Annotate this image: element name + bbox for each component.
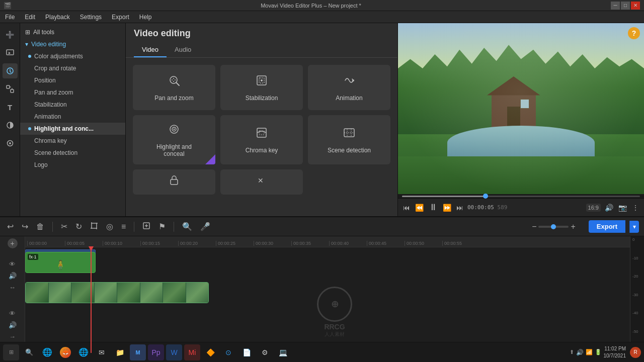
zoom-out-button[interactable]: − [532,222,536,231]
taskbar-start[interactable]: ⊞ [3,344,19,360]
close-button[interactable]: ✕ [631,2,640,10]
snapshot-button[interactable]: 📷 [617,203,628,213]
sidebar-item-pan-zoom[interactable]: Pan and zoom [20,86,125,99]
taskbar-search[interactable]: 🔍 [21,344,37,360]
export-dropdown-button[interactable]: ▾ [629,221,639,233]
sidebar-icon-transitions[interactable] [3,81,18,97]
play-pause-button[interactable]: ⏸ [428,201,439,214]
taskbar-mi[interactable]: Mi [184,344,200,360]
volume-button[interactable]: 🔊 [604,203,614,213]
undo-button[interactable]: ↩ [5,220,16,233]
zoom-in-button[interactable]: + [571,222,575,231]
tool-card-animation[interactable]: Animation [308,65,390,110]
taskbar-chrome[interactable]: 🌐 [75,344,92,360]
tab-audio[interactable]: Audio [167,43,199,57]
track-audio-button[interactable]: 🔊 [7,270,18,281]
zoom-slider[interactable] [538,226,569,228]
sidebar-item-stabilization[interactable]: Stabilization [20,99,125,111]
menu-playback[interactable]: Playback [43,13,72,22]
sidebar-icon-add[interactable]: ➕ [3,27,18,42]
sidebar-icon-apps[interactable] [3,136,18,151]
taskbar-firefox[interactable]: 🦊 [57,344,73,360]
maximize-button[interactable]: □ [621,2,630,10]
taskbar-mail[interactable]: ✉ [94,344,110,360]
taskbar-remote[interactable]: 💻 [275,344,291,360]
tool-card-partial-1[interactable] [133,169,215,195]
taskbar-settings[interactable]: ⚙ [257,344,273,360]
track-area-1: fx·1 🧍 [25,249,644,276]
minimize-button[interactable]: ─ [611,2,620,10]
tool-card-partial-2[interactable]: ✕ [220,169,303,195]
playhead[interactable] [91,247,92,353]
all-tools-section[interactable]: ⊞ All tools [20,26,125,38]
tool-card-chroma-key[interactable]: Chroma key [220,115,303,164]
menu-help[interactable]: Help [137,13,154,22]
taskbar-vlc[interactable]: 🔶 [202,344,218,360]
zoom-handle[interactable] [551,224,556,229]
menu-settings[interactable]: Settings [78,13,104,22]
menu-edit[interactable]: Edit [23,13,37,22]
menu-file[interactable]: File [3,13,17,22]
add-track-button[interactable]: + [8,238,18,248]
window-controls[interactable]: ─ □ ✕ [611,2,640,10]
sidebar-item-position[interactable]: Position [20,74,125,86]
fx-clip[interactable]: fx·1 🧍 [25,252,96,273]
sidebar-icon-tools[interactable] [3,63,18,78]
rotate-button[interactable]: ↻ [73,220,84,233]
sidebar-item-animation[interactable]: Animation [20,111,125,123]
sidebar-icon-text[interactable]: T [3,100,18,115]
tool-card-highlight-conceal[interactable]: Highlight andconceal [133,115,215,164]
align-button[interactable]: ≡ [119,221,128,233]
target-button[interactable]: ◎ [104,220,115,233]
sidebar-item-highlight-conceal[interactable]: Highlight and conc... [20,123,125,135]
menu-export[interactable]: Export [110,13,131,22]
sidebar-item-chroma-key[interactable]: Chroma key [20,135,125,147]
seek-bar[interactable] [402,196,640,197]
taskbar-ie[interactable]: 🌐 [39,344,55,360]
tray-volume-icon[interactable]: 🔊 [576,349,584,356]
sidebar-item-scene-detection[interactable]: Scene detection [20,147,125,159]
track-eye-button[interactable]: 👁 [7,259,18,269]
track-eye-button-2[interactable]: 👁 [7,308,18,319]
taskbar-explorer[interactable]: 📁 [112,344,128,360]
delete-button[interactable]: 🗑 [34,221,46,233]
seek-bar-container[interactable] [398,194,644,198]
taskbar-edge[interactable]: ⊙ [220,344,236,360]
sidebar-item-crop-rotate[interactable]: Crop and rotate [20,62,125,74]
sidebar-item-logo[interactable]: Logo [20,159,125,171]
sidebar-item-color-adjustments[interactable]: Color adjustments [20,50,125,62]
aspect-ratio-selector[interactable]: 16:9 [586,204,601,212]
help-button[interactable]: ? [628,27,640,39]
mic-button[interactable]: 🎤 [198,220,212,233]
tab-video[interactable]: Video [134,43,167,57]
tool-card-scene-detection[interactable]: Scene detection [308,115,390,164]
tool-card-pan-zoom[interactable]: Pan and zoom [133,65,215,110]
track-arrow-button[interactable]: → [7,331,18,342]
skip-start-button[interactable]: ⏮ [402,203,411,213]
step-forward-button[interactable]: ⏩ [442,203,452,213]
seek-handle[interactable] [483,194,488,199]
track-link-button[interactable]: ↔ [7,282,18,293]
taskbar-movavi[interactable]: M [130,344,146,360]
track-audio-button-2[interactable]: 🔊 [7,320,18,330]
taskbar-notepad[interactable]: 📄 [238,344,255,360]
taskbar-pp[interactable]: Pp [148,344,164,360]
crop-button[interactable] [88,220,100,233]
search-button[interactable]: 🔍 [180,220,194,233]
redo-button[interactable]: ↪ [20,220,30,233]
flag-button[interactable]: ⚑ [156,220,168,233]
preview-video: ? [398,23,644,194]
taskbar-wd[interactable]: W [166,344,182,360]
cut-button[interactable]: ✂ [59,220,69,233]
sidebar-icon-media[interactable] [3,45,18,60]
insert-button[interactable] [140,220,152,233]
more-options-button[interactable]: ⋮ [631,203,640,213]
skip-end-button[interactable]: ⏭ [455,203,464,213]
step-back-button[interactable]: ⏪ [414,203,425,213]
sidebar-icon-filters[interactable] [3,118,18,133]
thumb-5 [117,283,140,303]
video-clip[interactable] [25,282,209,303]
export-button[interactable]: Export [589,220,625,233]
tool-card-stabilization[interactable]: Stabilization [220,65,303,110]
video-editing-section[interactable]: ▾ Video editing [20,38,125,50]
